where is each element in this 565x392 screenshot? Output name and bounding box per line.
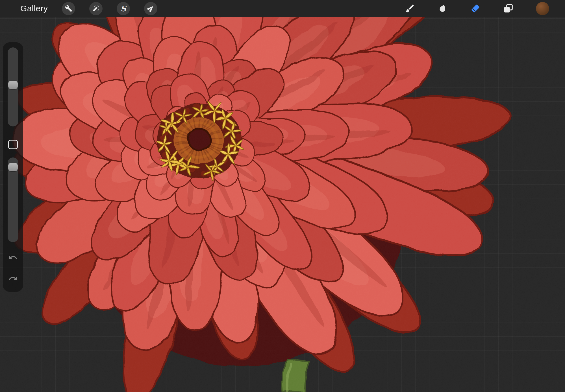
canvas[interactable] xyxy=(0,0,565,392)
brush-size-slider-handle[interactable] xyxy=(8,81,18,89)
opacity-slider[interactable] xyxy=(8,157,18,242)
wrench-icon xyxy=(65,5,72,12)
brush-size-slider[interactable] xyxy=(8,47,18,126)
paint-tool-button[interactable] xyxy=(405,3,415,14)
transform-arrow-icon xyxy=(147,5,155,12)
top-toolbar: Gallery S xyxy=(0,0,565,17)
opacity-slider-handle[interactable] xyxy=(8,163,18,171)
actions-button[interactable] xyxy=(62,2,75,15)
undo-arrow-icon xyxy=(8,253,18,262)
color-swatch[interactable] xyxy=(536,2,549,15)
modify-button[interactable] xyxy=(8,140,18,149)
erase-tool-button[interactable] xyxy=(470,3,481,14)
paper-grain-overlay xyxy=(0,0,565,392)
side-toolbar xyxy=(3,42,23,292)
magic-wand-icon xyxy=(92,5,100,12)
layers-icon xyxy=(503,3,513,14)
adjustments-button[interactable] xyxy=(89,2,103,15)
smudge-tool-button[interactable] xyxy=(438,3,448,14)
brush-icon xyxy=(405,3,415,14)
toolbar-left-group: Gallery S xyxy=(20,2,157,15)
eraser-icon xyxy=(470,3,481,14)
undo-button[interactable] xyxy=(8,252,18,263)
selection-s-icon: S xyxy=(121,5,126,12)
redo-arrow-icon xyxy=(8,274,18,283)
gallery-button[interactable]: Gallery xyxy=(20,4,48,13)
toolbar-right-group xyxy=(405,2,549,15)
layers-button[interactable] xyxy=(503,3,513,14)
flower-artwork xyxy=(0,0,565,392)
redo-button[interactable] xyxy=(8,273,18,284)
selection-button[interactable]: S xyxy=(117,2,130,15)
smudge-icon xyxy=(438,3,448,14)
transform-button[interactable] xyxy=(144,2,157,15)
